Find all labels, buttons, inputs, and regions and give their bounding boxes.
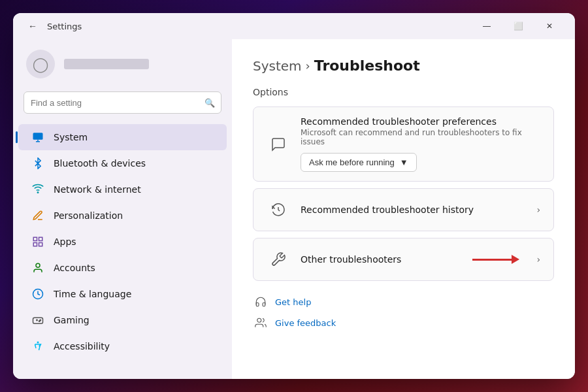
sidebar-item-network[interactable]: Network & internet [18, 176, 227, 203]
close-button[interactable]: ✕ [534, 16, 564, 36]
sidebar-item-bluetooth[interactable]: Bluetooth & devices [18, 150, 227, 176]
svg-point-12 [39, 321, 41, 322]
avatar: ◯ [26, 50, 55, 78]
get-help-icon [253, 294, 269, 310]
svg-rect-4 [33, 237, 37, 240]
other-text: Other troubleshooters [301, 254, 457, 265]
dropdown-label: Ask me before running [309, 157, 395, 167]
sidebar-item-accounts[interactable]: Accounts [18, 255, 227, 281]
card-row-history[interactable]: Recommended troubleshooter history › [253, 189, 553, 231]
breadcrumb-current: Troubleshoot [314, 57, 420, 74]
sidebar-label-personalization: Personalization [54, 210, 123, 221]
link-section: Get help Give feedback [253, 294, 554, 331]
search-icon: 🔍 [204, 98, 215, 108]
window-controls: — ⬜ ✕ [472, 16, 564, 36]
sidebar-label-accounts: Accounts [54, 263, 95, 273]
card-recommended-prefs: Recommended troubleshooter preferences M… [253, 106, 554, 182]
red-arrow-indicator [472, 255, 519, 264]
sidebar-label-system: System [54, 132, 88, 142]
svg-point-14 [257, 318, 261, 322]
system-icon [31, 131, 44, 144]
other-title: Other troubleshooters [301, 254, 457, 265]
svg-rect-6 [33, 243, 37, 246]
maximize-button[interactable]: ⬜ [503, 16, 533, 36]
get-help-item[interactable]: Get help [253, 294, 554, 310]
sidebar-label-network: Network & internet [54, 184, 141, 195]
sidebar-item-system[interactable]: System [18, 124, 227, 150]
titlebar: ← Settings — ⬜ ✕ [13, 13, 575, 39]
history-text: Recommended troubleshooter history [301, 204, 526, 215]
give-feedback-item[interactable]: Give feedback [253, 315, 554, 331]
accounts-icon [31, 261, 44, 274]
search-box: 🔍 [24, 91, 221, 114]
sidebar-label-accessibility: Accessibility [54, 341, 110, 351]
personalization-icon [31, 209, 44, 222]
arrow-line [472, 259, 512, 261]
sidebar-label-apps: Apps [54, 237, 76, 247]
history-icon [267, 198, 290, 221]
svg-rect-5 [39, 237, 42, 240]
sidebar-item-apps[interactable]: Apps [18, 229, 227, 255]
main-content: System › Troubleshoot Options Recommende… [232, 39, 575, 379]
svg-rect-7 [39, 243, 42, 246]
user-icon: ◯ [33, 56, 49, 73]
card-recommended-history: Recommended troubleshooter history › [253, 188, 554, 231]
dropdown-chevron-icon: ▼ [400, 157, 408, 167]
sidebar-item-personalization[interactable]: Personalization [18, 203, 227, 229]
gaming-icon [31, 314, 44, 327]
network-icon [31, 183, 44, 196]
window-content: ◯ 🔍 System Blu [13, 39, 575, 379]
card-row-other[interactable]: Other troubleshooters › [253, 238, 553, 280]
arrow-head-icon [512, 255, 519, 264]
prefs-text: Recommended troubleshooter preferences M… [301, 116, 540, 172]
prefs-icon [267, 133, 290, 156]
sidebar-item-gaming[interactable]: Gaming [18, 307, 227, 333]
history-chevron-icon: › [536, 204, 540, 215]
sidebar-item-time[interactable]: Time & language [18, 281, 227, 307]
troubleshooter-dropdown[interactable]: Ask me before running ▼ [301, 153, 417, 172]
give-feedback-link[interactable]: Give feedback [275, 318, 336, 328]
card-row-recommended-prefs[interactable]: Recommended troubleshooter preferences M… [253, 107, 553, 181]
user-name-bar [64, 59, 149, 69]
breadcrumb: System › Troubleshoot [253, 57, 554, 74]
breadcrumb-parent: System [253, 58, 302, 74]
window-title: Settings [47, 22, 82, 31]
svg-point-13 [37, 342, 39, 343]
back-button[interactable]: ← [24, 17, 42, 35]
user-section: ◯ [13, 39, 232, 91]
wrench-icon [267, 248, 290, 271]
svg-point-3 [37, 192, 39, 193]
svg-rect-0 [33, 133, 43, 140]
section-title: Options [253, 87, 554, 97]
give-feedback-icon [253, 315, 269, 331]
prefs-desc: Microsoft can recommend and run troubles… [301, 128, 540, 146]
breadcrumb-separator: › [306, 59, 310, 73]
accessibility-icon [31, 340, 44, 353]
svg-point-8 [36, 263, 40, 267]
bluetooth-icon [31, 157, 44, 170]
settings-window: ← Settings — ⬜ ✕ ◯ 🔍 [13, 13, 575, 379]
sidebar-label-bluetooth: Bluetooth & devices [54, 158, 146, 169]
sidebar-label-time: Time & language [54, 289, 131, 299]
time-icon [31, 287, 44, 301]
history-title: Recommended troubleshooter history [301, 204, 526, 215]
sidebar-item-accessibility[interactable]: Accessibility [18, 333, 227, 359]
sidebar-label-gaming: Gaming [54, 315, 90, 325]
card-other-troubleshooters: Other troubleshooters › [253, 238, 554, 281]
search-input[interactable] [24, 91, 221, 114]
minimize-button[interactable]: — [472, 16, 502, 36]
apps-icon [31, 235, 44, 248]
get-help-link[interactable]: Get help [275, 297, 311, 307]
prefs-title: Recommended troubleshooter preferences [301, 116, 540, 127]
other-chevron-icon: › [536, 254, 540, 265]
sidebar: ◯ 🔍 System Blu [13, 39, 232, 379]
